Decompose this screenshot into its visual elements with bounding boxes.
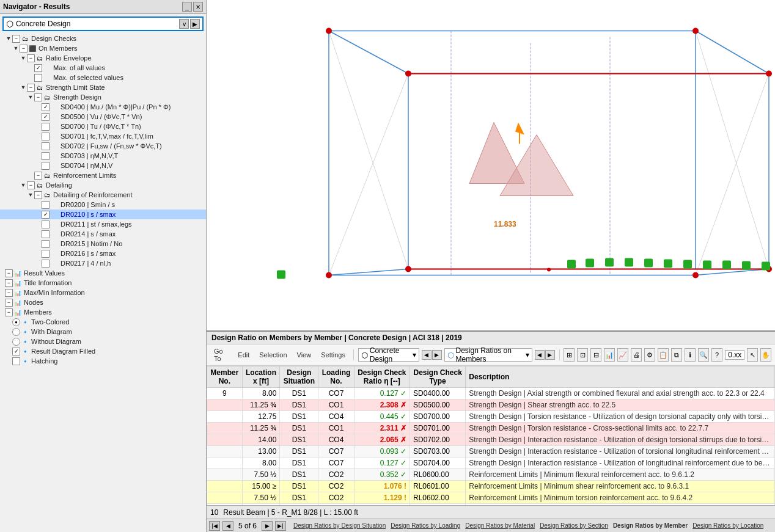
icon-btn-12[interactable]: ?: [711, 348, 722, 362]
table-row[interactable]: 11.25 ¾DS1CO12.311 ✗SD0701.00Strength De…: [207, 423, 775, 434]
tree-item-dr0214[interactable]: DR0214 | s / smax: [0, 229, 206, 239]
checkbox[interactable]: −: [5, 308, 13, 316]
checkbox[interactable]: −: [5, 279, 13, 287]
icon-btn-8[interactable]: 📋: [658, 348, 669, 362]
checkbox[interactable]: −: [27, 54, 35, 62]
checkbox[interactable]: [42, 250, 50, 258]
hand-btn[interactable]: ✋: [760, 348, 771, 362]
icon-btn-11[interactable]: 🔍: [698, 348, 709, 362]
icon-btn-6[interactable]: 🖨: [631, 348, 642, 362]
checkbox[interactable]: [42, 133, 50, 140]
checkbox[interactable]: [42, 240, 50, 248]
concrete-design-prev[interactable]: ∨: [179, 19, 189, 29]
checkbox[interactable]: −: [5, 299, 13, 307]
checkbox[interactable]: −: [34, 191, 42, 199]
checkbox[interactable]: [42, 230, 50, 238]
checkbox[interactable]: [34, 74, 42, 82]
nav-item-nodes[interactable]: −📊Nodes: [0, 297, 206, 307]
tree-item-sd0701[interactable]: SD0701 | fc,T,V,max / fc,T,V,lim: [0, 131, 206, 141]
nav-item-two-colored[interactable]: ●🔹Two-Colored: [0, 317, 206, 327]
checkbox[interactable]: −: [34, 172, 42, 180]
table-row[interactable]: 11.25 ¾DS1CO12.308 ✗SD0500.00Strength De…: [207, 399, 775, 411]
table-row[interactable]: 8.00DS1CO70.127 ✓SD0704.00Strength Desig…: [207, 457, 775, 469]
tree-item-detailing[interactable]: ▼−🗂Detailing: [0, 180, 206, 190]
checkbox[interactable]: −: [20, 45, 28, 53]
radio-btn[interactable]: [12, 338, 20, 346]
checkbox[interactable]: ✓: [42, 103, 50, 111]
icon-btn-10[interactable]: ℹ: [685, 348, 696, 362]
tree-item-sd0703[interactable]: SD0703 | ηM,N,V,T: [0, 151, 206, 161]
nav-item-result-filled[interactable]: ✓🔹Result Diagram Filled: [0, 346, 206, 356]
tree-item-strength-limit[interactable]: ▼−🗂Strength Limit State: [0, 82, 206, 92]
tree-item-sd0702[interactable]: SD0702 | Fu,sw / (Fn,sw * ΦVc,T): [0, 141, 206, 151]
table-area[interactable]: MemberNo. Locationx [ft] DesignSituation…: [207, 366, 775, 505]
radio-btn[interactable]: [12, 328, 20, 336]
table-row[interactable]: 7.50 ½DS1CO20.352 ✓RL0600.00Reinforcemen…: [207, 469, 775, 481]
icon-btn-2[interactable]: ⊡: [577, 348, 588, 362]
nav-item-result-values[interactable]: −📊Result Values: [0, 268, 206, 278]
checkbox[interactable]: [42, 152, 50, 160]
checkbox[interactable]: [42, 123, 50, 131]
tree-item-sd0500[interactable]: ✓SD0500 | Vu / (ΦVc,T * Vn): [0, 112, 206, 122]
tree-item-dr0216[interactable]: DR0216 | s / smax: [0, 249, 206, 258]
tree-item-detailing-reinforcement[interactable]: ▼−🗂Detailing of Reinforcement: [0, 190, 206, 200]
tree-scroll[interactable]: ▼−🗂Design Checks▼−⬛On Members▼−🗂Ratio En…: [0, 34, 206, 532]
checkbox[interactable]: −: [5, 269, 13, 277]
icon-btn-9[interactable]: ⧉: [671, 348, 682, 362]
icon-btn-5[interactable]: 📈: [617, 348, 628, 362]
menu-view[interactable]: View: [293, 350, 315, 360]
cursor-btn[interactable]: ↖: [747, 348, 758, 362]
page-last[interactable]: ▶|: [275, 521, 286, 531]
tree-item-max-selected[interactable]: Max. of selected values: [0, 73, 206, 82]
checkbox[interactable]: −: [27, 181, 35, 189]
checkbox[interactable]: −: [12, 35, 20, 43]
icon-btn-4[interactable]: 📊: [604, 348, 615, 362]
tab-by-material[interactable]: Design Ratios by Material: [465, 522, 535, 529]
tree-item-reinforcement-limits[interactable]: −🗂Reinforcement Limits: [0, 170, 206, 180]
nav-item-with-diagram[interactable]: 🔹With Diagram: [0, 327, 206, 337]
checkbox[interactable]: [42, 142, 50, 150]
icon-btn-3[interactable]: ⊟: [590, 348, 601, 362]
nav-item-members[interactable]: −📊Members: [0, 307, 206, 317]
checkbox[interactable]: ✓: [12, 348, 20, 355]
tab-by-member[interactable]: Design Ratios by Member: [613, 522, 688, 529]
checkbox[interactable]: [42, 162, 50, 170]
tree-item-dr0215[interactable]: DR0215 | Notim / No: [0, 239, 206, 249]
icon-btn-7[interactable]: ⚙: [644, 348, 655, 362]
tree-item-dr0210[interactable]: ✓DR0210 | s / smax: [0, 210, 206, 219]
radio-btn[interactable]: ●: [12, 318, 20, 326]
checkbox[interactable]: [42, 201, 50, 209]
menu-selection[interactable]: Selection: [255, 350, 290, 360]
tab-by-location[interactable]: Design Ratios by Location: [692, 522, 763, 529]
menu-settings[interactable]: Settings: [317, 350, 349, 360]
tab-by-situation[interactable]: Design Ratios by Design Situation: [293, 522, 386, 529]
dropdown1-prev[interactable]: ◀: [422, 350, 432, 360]
icon-btn-1[interactable]: ⊞: [564, 348, 575, 362]
nav-item-hatching[interactable]: 🔹Hatching: [0, 356, 206, 366]
tree-item-dr0217[interactable]: DR0217 | 4 / nl,h: [0, 258, 206, 268]
checkbox[interactable]: [42, 260, 50, 268]
checkbox[interactable]: −: [5, 289, 13, 297]
table-row[interactable]: 13.00DS1CO70.093 ✓SD0703.00Strength Desi…: [207, 446, 775, 457]
checkbox[interactable]: ✓: [34, 64, 42, 72]
tab-by-loading[interactable]: Design Ratios by Loading: [391, 522, 460, 529]
menu-goto[interactable]: Go To: [210, 346, 232, 363]
dropdown2-next[interactable]: ▶: [545, 350, 555, 360]
table-row[interactable]: 14.00DS1CO42.065 ✗SD0702.00Strength Desi…: [207, 434, 775, 446]
nav-item-without-diagram[interactable]: 🔹Without Diagram: [0, 337, 206, 346]
tree-item-strength-design[interactable]: ▼−🗂Strength Design: [0, 92, 206, 102]
nav-item-maxmin-info[interactable]: −📊Max/Min Information: [0, 288, 206, 297]
checkbox[interactable]: −: [27, 84, 35, 92]
checkbox[interactable]: [42, 220, 50, 228]
dropdown2-prev[interactable]: ◀: [535, 350, 545, 360]
concrete-design-next[interactable]: ▶: [190, 19, 200, 29]
nav-collapse-btn[interactable]: _: [182, 2, 192, 12]
checkbox[interactable]: ✓: [42, 113, 50, 121]
checkbox[interactable]: [12, 357, 20, 365]
checkbox[interactable]: ✓: [42, 211, 50, 219]
nav-close-btn[interactable]: ✕: [193, 2, 203, 12]
tree-item-ratio-envelope[interactable]: ▼−🗂Ratio Envelope: [0, 53, 206, 63]
tree-item-max-all[interactable]: ✓Max. of all values: [0, 63, 206, 73]
tree-item-dr0200[interactable]: DR0200 | Smin / s: [0, 200, 206, 210]
menu-edit[interactable]: Edit: [234, 350, 253, 360]
